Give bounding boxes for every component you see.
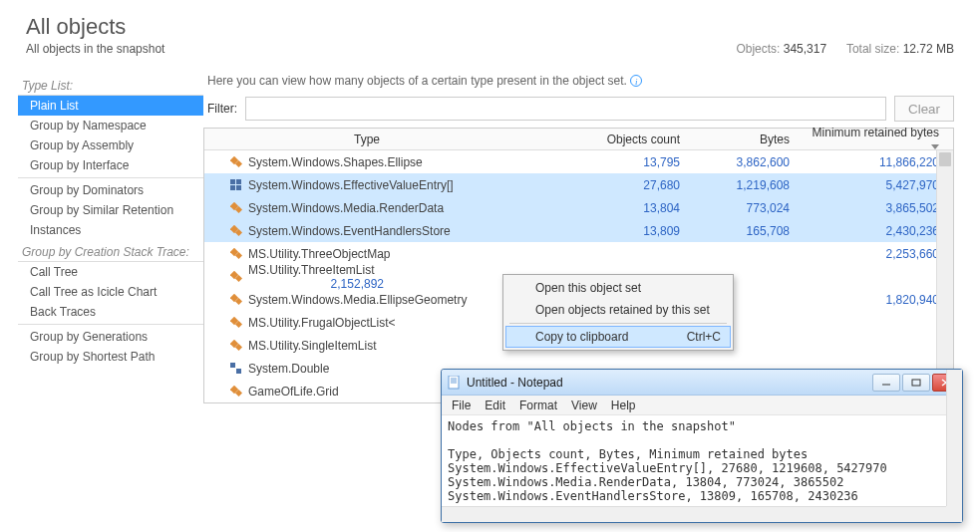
- type-name: MS.Utility.ThreeItemList2,152,892: [248, 263, 398, 291]
- sidebar-item-plain-list[interactable]: Plain List: [18, 96, 203, 116]
- type-name: System.Windows.Media.EllipseGeometry: [248, 293, 467, 307]
- type-icon: [230, 363, 242, 375]
- notepad-icon: [448, 376, 462, 390]
- col-type[interactable]: Type: [204, 133, 584, 146]
- type-name: System.Double: [248, 362, 329, 376]
- sidebar-item-shortest-path[interactable]: Group by Shortest Path: [18, 347, 203, 367]
- notepad-window[interactable]: Untitled - Notepad File Edit Format View…: [441, 369, 963, 523]
- type-icon: [230, 340, 242, 352]
- table-row[interactable]: System.Windows.EffectiveValueEntry[]27,6…: [204, 173, 953, 196]
- sidebar-item-back-traces[interactable]: Back Traces: [18, 302, 203, 322]
- ctx-copy[interactable]: Copy to clipboardCtrl+C: [505, 326, 731, 348]
- notepad-vscroll[interactable]: [946, 370, 962, 506]
- type-icon: [230, 317, 242, 329]
- sidebar-item-group-assembly[interactable]: Group by Assembly: [18, 135, 203, 155]
- type-icon: [230, 386, 242, 398]
- type-name: System.Windows.EffectiveValueEntry[]: [248, 178, 454, 192]
- sidebar-item-instances[interactable]: Instances: [18, 220, 203, 240]
- type-icon: [230, 179, 242, 191]
- content-hint: Here you can view how many objects of a …: [203, 74, 954, 96]
- notepad-title-text: Untitled - Notepad: [467, 376, 563, 390]
- notepad-titlebar[interactable]: Untitled - Notepad: [442, 370, 962, 396]
- cell-count: 27,680: [584, 178, 694, 192]
- sidebar: Type List: Plain List Group by Namespace…: [18, 62, 203, 403]
- sidebar-item-group-retention[interactable]: Group by Similar Retention: [18, 200, 203, 220]
- col-count[interactable]: Objects count: [584, 133, 694, 146]
- ctx-open-retained[interactable]: Open objects retained by this set: [505, 299, 731, 321]
- type-name: System.Windows.Shapes.Ellipse: [248, 155, 423, 169]
- type-table: Type Objects count Bytes Minimum retaine…: [203, 128, 954, 403]
- menu-format[interactable]: Format: [519, 399, 557, 412]
- cell-count: 13,795: [584, 155, 694, 169]
- minimize-button[interactable]: [872, 374, 900, 392]
- type-icon: [230, 202, 242, 214]
- filter-input[interactable]: [245, 97, 886, 121]
- ctx-open-set[interactable]: Open this object set: [505, 277, 731, 299]
- menu-help[interactable]: Help: [611, 399, 636, 412]
- notepad-menu: File Edit Format View Help: [442, 396, 962, 415]
- content: Here you can view how many objects of a …: [203, 62, 954, 403]
- cell-retained: 2,152,892: [248, 277, 398, 291]
- cell-count: 13,809: [584, 224, 694, 238]
- cell-bytes: 165,708: [694, 224, 804, 238]
- cell-count: 13,804: [584, 201, 694, 215]
- type-icon: [230, 248, 242, 260]
- sidebar-section-stack: Group by Creation Stack Trace:: [18, 242, 203, 262]
- table-header[interactable]: Type Objects count Bytes Minimum retaine…: [204, 129, 953, 150]
- type-name: System.Windows.Media.RenderData: [248, 201, 444, 215]
- clear-button[interactable]: Clear: [894, 96, 954, 122]
- sidebar-item-group-dominators[interactable]: Group by Dominators: [18, 180, 203, 200]
- table-row[interactable]: System.Windows.EventHandlersStore13,8091…: [204, 219, 953, 242]
- header-stats: Objects: 345,317 Total size: 12.72 MB: [736, 42, 954, 56]
- col-bytes[interactable]: Bytes: [694, 133, 804, 146]
- type-icon: [230, 156, 242, 168]
- svg-rect-13: [912, 380, 920, 386]
- sidebar-item-call-tree[interactable]: Call Tree: [18, 262, 203, 282]
- sidebar-item-icicle[interactable]: Call Tree as Icicle Chart: [18, 282, 203, 302]
- cell-retained: 3,865,502: [804, 201, 953, 215]
- filter-label: Filter:: [207, 102, 237, 116]
- cell-retained: 11,866,220: [804, 155, 953, 169]
- col-min-retained[interactable]: Minimum retained bytes: [804, 126, 953, 153]
- cell-bytes: 1,219,608: [694, 178, 804, 192]
- sidebar-item-group-interface[interactable]: Group by Interface: [18, 155, 203, 175]
- page-title: All objects: [26, 14, 954, 40]
- menu-view[interactable]: View: [571, 399, 597, 412]
- context-menu: Open this object set Open objects retain…: [502, 274, 734, 351]
- table-row[interactable]: System.Windows.Shapes.Ellipse13,7953,862…: [204, 150, 953, 173]
- cell-retained: 2,253,660: [804, 247, 953, 261]
- type-icon: [230, 271, 242, 283]
- info-icon[interactable]: i: [630, 75, 642, 87]
- type-name: MS.Utility.ThreeObjectMap: [248, 247, 390, 261]
- table-row[interactable]: System.Windows.Media.RenderData13,804773…: [204, 196, 953, 219]
- notepad-hscroll[interactable]: [442, 506, 946, 522]
- sidebar-item-group-namespace[interactable]: Group by Namespace: [18, 116, 203, 135]
- header: All objects All objects in the snapshot …: [0, 0, 980, 62]
- type-icon: [230, 294, 242, 306]
- notepad-editor[interactable]: Nodes from "All objects in the snapshot"…: [442, 415, 962, 519]
- cell-bytes: 3,862,600: [694, 155, 804, 169]
- sidebar-item-group-generations[interactable]: Group by Generations: [18, 327, 203, 347]
- menu-edit[interactable]: Edit: [485, 399, 505, 412]
- type-name: GameOfLife.Grid: [248, 385, 339, 399]
- type-name: MS.Utility.FrugalObjectList<: [248, 316, 396, 330]
- menu-file[interactable]: File: [452, 399, 471, 412]
- type-name: MS.Utility.SingleItemList: [248, 339, 376, 353]
- cell-retained: 5,427,970: [804, 178, 953, 192]
- type-name: System.Windows.EventHandlersStore: [248, 224, 451, 238]
- type-icon: [230, 225, 242, 237]
- cell-retained: 1,820,940: [804, 293, 953, 307]
- cell-bytes: 773,024: [694, 201, 804, 215]
- cell-retained: 2,430,236: [804, 224, 953, 238]
- scrollbar[interactable]: [936, 150, 953, 402]
- maximize-button[interactable]: [902, 374, 930, 392]
- page-subtitle: All objects in the snapshot: [26, 42, 164, 56]
- sidebar-section-typelist: Type List:: [18, 76, 203, 96]
